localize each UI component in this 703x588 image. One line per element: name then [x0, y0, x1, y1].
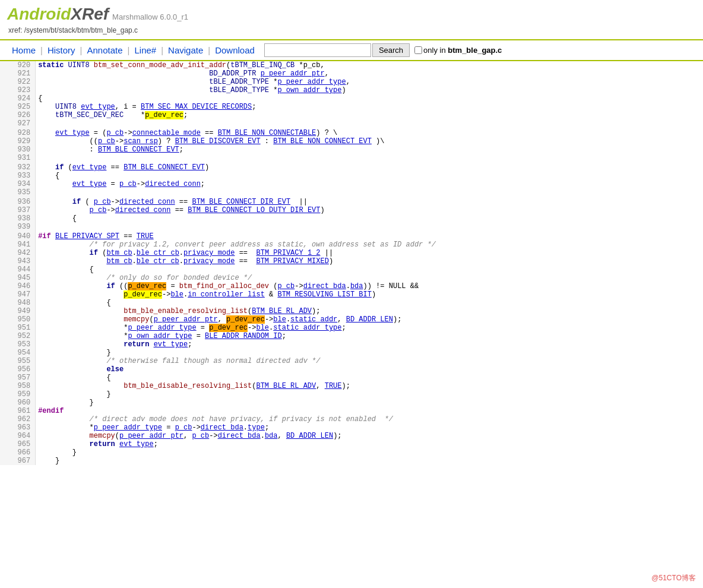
- logo-version: Marshmallow 6.0.0_r1: [112, 12, 188, 21]
- table-row: 957 {: [0, 374, 703, 382]
- table-row: 966 }: [0, 448, 703, 457]
- nav-home[interactable]: Home: [7, 43, 40, 58]
- table-row: 920 static UINT8 btm_set_conn_mode_adv_i…: [0, 61, 703, 69]
- table-row: 932 if (evt_type == BTM_BLE_CONNECT_EVT): [0, 163, 703, 172]
- breadcrumb: xref: /system/bt/stack/btm/btm_ble_gap.c: [7, 26, 696, 34]
- table-row: 952 *p_own_addr_type = BLE_ADDR_RANDOM_I…: [0, 332, 703, 340]
- table-row: 937 p_cb->directed_conn == BTM_BLE_CONNE…: [0, 206, 703, 214]
- nav-line[interactable]: Line#: [129, 43, 161, 58]
- table-row: 921 BD_ADDR_PTR p_peer_addr_ptr,: [0, 69, 703, 78]
- table-row: 931: [0, 154, 703, 163]
- table-row: 963 *p_peer_addr_type = p_cb->direct_bda…: [0, 423, 703, 432]
- table-row: 927: [0, 119, 703, 129]
- table-row: 939: [0, 223, 703, 232]
- table-row: 926 tBTM_SEC_DEV_REC *p_dev_rec;: [0, 111, 703, 119]
- table-row: 961 #endif: [0, 407, 703, 415]
- search-button[interactable]: Search: [372, 43, 410, 57]
- only-in-label: only in btm_ble_gap.c: [423, 46, 502, 55]
- nav-annotate[interactable]: Annotate: [83, 43, 128, 58]
- table-row: 945 /* only do so for bonded device */: [0, 274, 703, 282]
- table-row: 960 }: [0, 399, 703, 407]
- search-input[interactable]: [264, 43, 371, 57]
- table-row: 958 btm_ble_disable_resolving_list(BTM_B…: [0, 382, 703, 390]
- table-row: 930 : BTM_BLE_CONNECT_EVT;: [0, 146, 703, 154]
- nav-download[interactable]: Download: [210, 43, 259, 58]
- table-row: 956 else: [0, 365, 703, 374]
- table-row: 925 UINT8 evt_type, i = BTM_SEC_MAX_DEVI…: [0, 103, 703, 111]
- table-row: 942 if (btm_cb.ble_ctr_cb.privacy_mode =…: [0, 249, 703, 257]
- nav-history[interactable]: History: [43, 43, 80, 58]
- navbar: Home | History | Annotate | Line# | Navi…: [0, 40, 703, 61]
- table-row: 951 *p_peer_addr_type = p_dev_rec->ble.s…: [0, 324, 703, 332]
- table-row: 922 tBLE_ADDR_TYPE *p_peer_addr_type,: [0, 78, 703, 86]
- filename-label: btm_ble_gap.c: [448, 46, 502, 55]
- table-row: 935: [0, 188, 703, 198]
- table-row: 943 btm_cb.ble_ctr_cb.privacy_mode == BT…: [0, 257, 703, 265]
- table-row: 929 ((p_cb->scan_rsp) ? BTM_BLE_DISCOVER…: [0, 137, 703, 146]
- table-row: 953 return evt_type;: [0, 340, 703, 349]
- table-row: 944 {: [0, 265, 703, 274]
- header: AndroidXRefMarshmallow 6.0.0_r1 xref: /s…: [0, 0, 703, 40]
- logo-android: Android: [7, 5, 71, 23]
- table-row: 933 {: [0, 172, 703, 180]
- code-table: 920 static UINT8 btm_set_conn_mode_adv_i…: [0, 61, 703, 465]
- table-row: 959 }: [0, 390, 703, 399]
- table-row: 936 if ( p_cb->directed_conn == BTM_BLE_…: [0, 198, 703, 206]
- table-row: 941 /* for privacy 1.2, convert peer add…: [0, 241, 703, 249]
- table-row: 964 memcpy(p_peer_addr_ptr, p_cb->direct…: [0, 432, 703, 440]
- table-row: 934 evt_type = p_cb->directed_conn;: [0, 180, 703, 188]
- only-in-checkbox[interactable]: [414, 46, 422, 54]
- code-area[interactable]: 920 static UINT8 btm_set_conn_mode_adv_i…: [0, 61, 703, 465]
- table-row: 955 /* otherwise fall though as normal d…: [0, 357, 703, 365]
- table-row: 948 {: [0, 299, 703, 307]
- table-row: 947 p_dev_rec->ble.in_controller_list & …: [0, 290, 703, 299]
- table-row: 940 #if BLE_PRIVACY_SPT == TRUE: [0, 232, 703, 241]
- table-row: 950 memcpy(p_peer_addr_ptr, p_dev_rec->b…: [0, 315, 703, 324]
- nav-navigate[interactable]: Navigate: [163, 43, 208, 58]
- table-row: 962 /* direct adv mode does not have pri…: [0, 415, 703, 423]
- table-row: 954 }: [0, 349, 703, 357]
- table-row: 965 return evt_type;: [0, 440, 703, 448]
- table-row: 967 }: [0, 457, 703, 465]
- table-row: 938 {: [0, 214, 703, 223]
- table-row: 924 {: [0, 94, 703, 103]
- logo: AndroidXRefMarshmallow 6.0.0_r1: [7, 5, 188, 24]
- table-row: 949 btm_ble_enable_resolving_list(BTM_BL…: [0, 307, 703, 315]
- logo-xref: XRef: [71, 5, 109, 23]
- table-row: 946 if ((p_dev_rec = btm_find_or_alloc_d…: [0, 282, 703, 290]
- table-row: 923 tBLE_ADDR_TYPE *p_own_addr_type): [0, 86, 703, 94]
- table-row: 928 evt_type = (p_cb->connectable_mode =…: [0, 129, 703, 137]
